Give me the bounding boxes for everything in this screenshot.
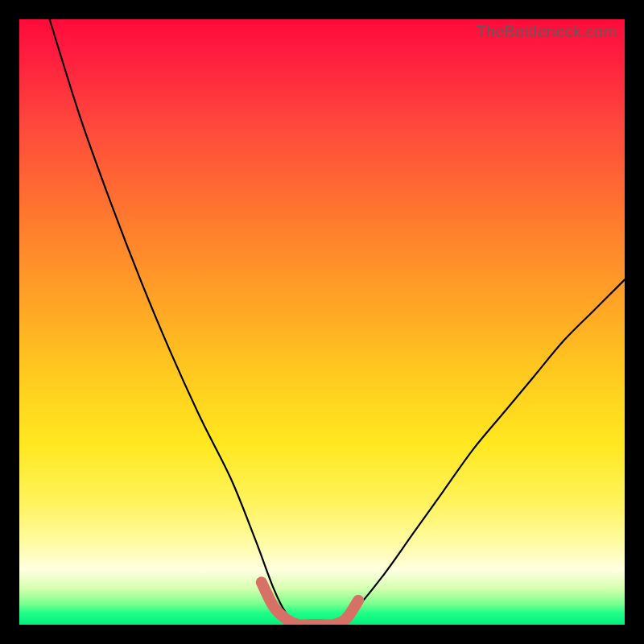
valley-highlight-path (262, 582, 358, 625)
bottleneck-curve-path (50, 19, 625, 625)
plot-area: TheBottleneck.com (19, 19, 625, 625)
curve-layer (19, 19, 625, 625)
chart-frame: TheBottleneck.com (0, 0, 644, 644)
